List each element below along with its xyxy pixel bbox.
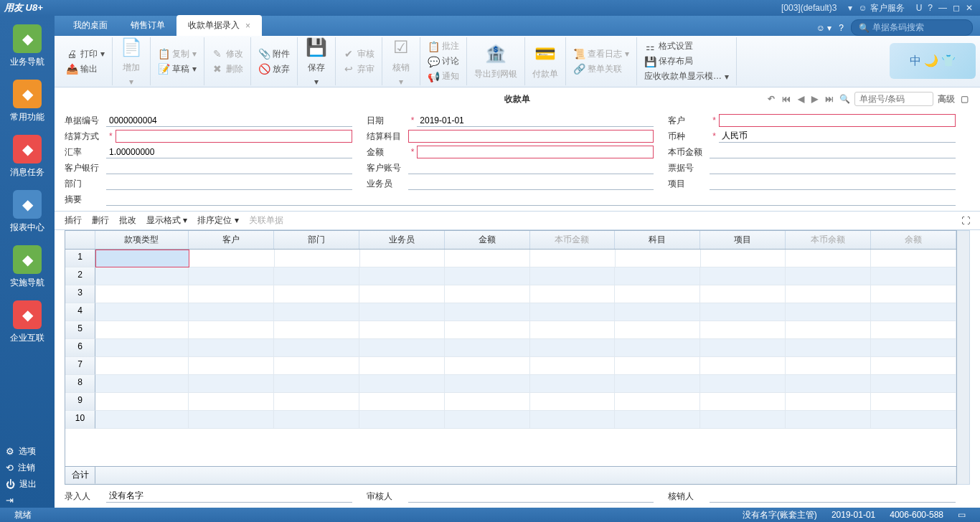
table-row[interactable]: 1 [65, 250, 956, 267]
savelayout-button[interactable]: 💾保存布局 [641, 54, 732, 69]
draft-button[interactable]: 📝草稿 ▾ [155, 62, 199, 77]
table-row[interactable]: 10 [65, 411, 956, 429]
table-row[interactable]: 7 [65, 357, 956, 375]
sidebar-logout[interactable]: ⟲注销 [0, 460, 55, 476]
assoc-doc[interactable]: 关联单据 [249, 214, 283, 227]
sidebar-item-4[interactable]: ◆实施导航 [0, 239, 55, 295]
format-button[interactable]: ⚏格式设置 [641, 39, 732, 54]
discuss-button[interactable]: 💬讨论 [425, 54, 462, 69]
batch-edit[interactable]: 批改 [119, 214, 136, 227]
vertical-scrollbar[interactable] [957, 230, 970, 485]
col-header[interactable]: 部门 [274, 231, 359, 249]
viewlog-button[interactable]: 📜查看日志 ▾ [570, 47, 632, 62]
col-header[interactable]: 本币金额 [530, 231, 616, 249]
table-row[interactable]: 9 [65, 393, 956, 411]
status-icon[interactable]: ▭ [958, 510, 966, 520]
dropdown-icon[interactable]: ▾ [848, 3, 852, 13]
save-button[interactable]: 💾保存▾ [302, 34, 331, 88]
discard-button[interactable]: 🚫放弃 [255, 62, 293, 77]
col-header[interactable]: 本币余额 [786, 231, 871, 249]
date-field[interactable] [417, 114, 654, 127]
custacc-field[interactable] [408, 161, 654, 174]
abandon-button[interactable]: ↩弃审 [340, 62, 377, 77]
col-header[interactable]: 余额 [871, 231, 956, 249]
rate-field[interactable] [106, 146, 352, 158]
delete-row[interactable]: 删行 [92, 214, 109, 227]
next-icon[interactable]: ▶ [810, 94, 819, 104]
billno-field[interactable] [710, 161, 956, 174]
edit-button[interactable]: ✎修改 [209, 47, 246, 62]
sidebar-item-3[interactable]: ◆报表中心 [0, 184, 55, 239]
grid-expand-icon[interactable]: ⛶ [961, 216, 970, 226]
approve-button[interactable]: 📋批注 [425, 39, 462, 54]
minimize-icon[interactable]: — [938, 3, 947, 13]
col-header[interactable]: 金额 [445, 231, 530, 249]
maximize-icon[interactable]: ◻ [953, 3, 960, 13]
sidebar-options[interactable]: ⚙选项 [0, 443, 55, 460]
barcode-search[interactable]: 🔍 单据条码搜索 [851, 19, 973, 36]
smile-icon[interactable]: ☺ ▾ [816, 23, 832, 33]
tab-1[interactable]: 销售订单 [119, 15, 176, 36]
sidebar-collapse[interactable]: ⇥ [0, 493, 55, 508]
insert-row[interactable]: 插行 [65, 214, 82, 227]
delete-button[interactable]: ✖删除 [209, 62, 246, 77]
tab-close-icon[interactable]: × [245, 21, 250, 31]
table-row[interactable]: 2 [65, 267, 956, 285]
prev-icon[interactable]: ◀ [796, 94, 806, 104]
col-header[interactable]: 款项类型 [95, 231, 189, 249]
first-icon[interactable]: ⏮ [781, 94, 792, 104]
col-header[interactable]: 业务员 [359, 231, 445, 249]
custbank-field[interactable] [106, 161, 352, 174]
dept-field[interactable] [106, 177, 352, 190]
service-icon[interactable]: ☺ [858, 3, 867, 13]
col-header[interactable]: 科目 [615, 231, 700, 249]
displaymode-button[interactable]: 应收收款单显示模… ▾ [641, 69, 732, 84]
wholeclose-button[interactable]: 🔗整单关联 [570, 62, 632, 77]
table-row[interactable]: 5 [65, 321, 956, 339]
summary-field[interactable] [106, 193, 956, 206]
table-row[interactable]: 3 [65, 285, 956, 303]
sidebar-item-5[interactable]: ◆企业互联 [0, 295, 55, 350]
col-header[interactable]: 项目 [700, 231, 786, 249]
audit-button[interactable]: ✔审核 [340, 47, 377, 62]
localamount-field[interactable] [710, 146, 956, 158]
output-button[interactable]: 📤输出 [63, 62, 108, 77]
service-label[interactable]: 客户服务 [870, 2, 905, 14]
tab-2[interactable]: 收款单据录入× [176, 15, 262, 36]
display-format[interactable]: 显示格式 ▾ [146, 214, 187, 227]
close-icon[interactable]: ✕ [966, 3, 973, 13]
sidebar-item-1[interactable]: ◆常用功能 [0, 74, 55, 129]
help-icon[interactable]: ? [839, 23, 844, 33]
print-button[interactable]: 🖨打印 ▾ [63, 47, 108, 62]
u-menu[interactable]: U [916, 3, 923, 13]
undo-icon[interactable]: ↶ [766, 94, 776, 104]
help-icon[interactable]: ? [928, 3, 933, 13]
copy-button[interactable]: 📋复制 ▾ [155, 47, 199, 62]
expand-icon[interactable]: ▢ [959, 94, 970, 104]
attach-button[interactable]: 📎附件 [255, 47, 293, 62]
sidebar-item-2[interactable]: ◆消息任务 [0, 129, 55, 184]
table-row[interactable]: 4 [65, 303, 956, 321]
table-row[interactable]: 8 [65, 375, 956, 393]
add-button[interactable]: 📄增加▾ [117, 34, 146, 88]
advanced-link[interactable]: 高级 [938, 93, 955, 105]
sidebar-exit[interactable]: ⏻退出 [0, 476, 55, 493]
sidebar-item-0[interactable]: ◆业务导航 [0, 19, 55, 74]
settle-field[interactable] [116, 130, 352, 143]
clerk-field[interactable] [408, 177, 654, 190]
settlesub-field[interactable] [408, 130, 654, 143]
customer-field[interactable] [719, 114, 956, 127]
verify-button[interactable]: ☑核销▾ [387, 34, 415, 88]
project-field[interactable] [710, 177, 956, 190]
notify-button[interactable]: 📢通知 [425, 69, 462, 84]
tab-0[interactable]: 我的桌面 [62, 15, 119, 36]
col-header[interactable]: 客户 [189, 231, 274, 249]
export-bank-button[interactable]: 🏦导出到网银 [471, 41, 520, 82]
sort-locate[interactable]: 排序定位 ▾ [197, 214, 238, 227]
pay-button[interactable]: 💳付款单 [529, 41, 561, 82]
last-icon[interactable]: ⏭ [824, 94, 835, 104]
docno-search[interactable] [854, 92, 933, 106]
docno-field[interactable] [106, 114, 352, 127]
amount-field[interactable] [417, 146, 654, 158]
currency-field[interactable] [719, 130, 956, 143]
